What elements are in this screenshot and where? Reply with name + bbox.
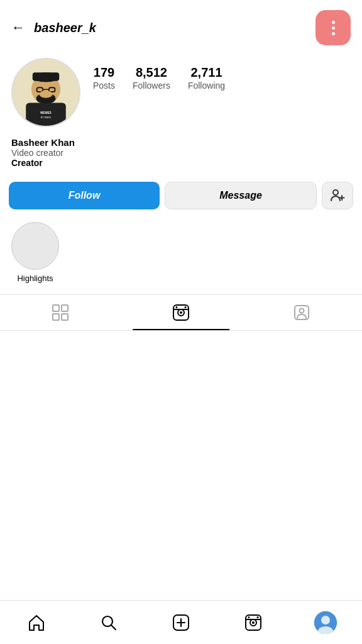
highlight-item[interactable]: Highlights bbox=[11, 222, 59, 283]
svg-point-37 bbox=[257, 616, 259, 618]
profile-section: MEMES BY BASH 179 Posts 8,512 Followers … bbox=[0, 52, 362, 131]
reels-icon bbox=[172, 304, 190, 321]
add-icon bbox=[172, 614, 190, 631]
content-area bbox=[0, 331, 362, 469]
svg-point-26 bbox=[300, 309, 304, 313]
bio-category: Creator bbox=[11, 158, 351, 168]
nav-reels-icon bbox=[244, 614, 262, 631]
svg-rect-4 bbox=[33, 72, 59, 80]
tab-grid[interactable] bbox=[0, 295, 121, 330]
svg-rect-18 bbox=[62, 314, 68, 320]
highlights-section: Highlights bbox=[0, 216, 362, 289]
bottom-nav bbox=[0, 600, 362, 644]
stat-posts[interactable]: 179 Posts bbox=[93, 65, 115, 91]
tab-reels[interactable] bbox=[121, 295, 241, 330]
svg-point-24 bbox=[185, 306, 187, 308]
tab-tagged[interactable] bbox=[241, 295, 362, 330]
content-tabs bbox=[0, 294, 362, 331]
dot3 bbox=[332, 32, 335, 35]
stat-following[interactable]: 2,711 Following bbox=[188, 65, 225, 91]
followers-count: 8,512 bbox=[133, 65, 170, 80]
person-add-icon bbox=[330, 188, 345, 203]
tagged-icon bbox=[293, 304, 310, 321]
svg-point-11 bbox=[39, 91, 52, 98]
svg-point-27 bbox=[102, 616, 112, 626]
profile-name: Basheer Khan bbox=[11, 137, 351, 148]
three-dots-icon bbox=[332, 21, 335, 35]
bio-section: Basheer Khan Video creator Creator bbox=[0, 131, 362, 170]
follow-button[interactable]: Follow bbox=[9, 182, 160, 209]
avatar: MEMES BY BASH bbox=[11, 58, 80, 127]
profile-avatar-icon bbox=[314, 611, 337, 634]
avatar-svg: MEMES BY BASH bbox=[13, 58, 79, 127]
action-row: Follow Message bbox=[0, 170, 362, 216]
posts-count: 179 bbox=[93, 65, 115, 80]
back-button[interactable]: ← bbox=[11, 19, 25, 36]
stats-row: 179 Posts 8,512 Followers 2,711 Followin… bbox=[93, 58, 225, 91]
posts-label: Posts bbox=[93, 80, 115, 91]
svg-text:BY BASH: BY BASH bbox=[41, 116, 52, 119]
nav-home[interactable] bbox=[18, 607, 55, 638]
svg-point-21 bbox=[180, 311, 182, 314]
followers-label: Followers bbox=[133, 80, 170, 91]
search-icon bbox=[100, 614, 118, 631]
dot1 bbox=[332, 21, 335, 24]
bio-description: Video creator bbox=[11, 148, 351, 158]
home-icon bbox=[28, 614, 45, 631]
svg-rect-17 bbox=[53, 314, 59, 320]
header: ← basheer_k bbox=[0, 0, 362, 52]
nav-search[interactable] bbox=[90, 607, 128, 638]
svg-point-23 bbox=[176, 306, 178, 308]
highlight-circle bbox=[11, 222, 59, 270]
svg-rect-16 bbox=[62, 305, 68, 311]
nav-reels[interactable] bbox=[234, 607, 272, 638]
svg-line-28 bbox=[111, 625, 116, 630]
message-button[interactable]: Message bbox=[165, 182, 317, 209]
svg-text:MEMES: MEMES bbox=[40, 111, 52, 114]
svg-point-39 bbox=[321, 616, 330, 625]
stat-followers[interactable]: 8,512 Followers bbox=[133, 65, 170, 91]
profile-avatar-thumb bbox=[314, 611, 337, 634]
dot2 bbox=[332, 26, 335, 30]
username-label: basheer_k bbox=[34, 21, 96, 35]
grid-icon bbox=[52, 304, 69, 321]
avatar-wrap: MEMES BY BASH bbox=[11, 58, 80, 127]
svg-rect-1 bbox=[26, 103, 66, 127]
svg-rect-15 bbox=[53, 305, 59, 311]
nav-profile[interactable] bbox=[307, 607, 344, 638]
svg-point-36 bbox=[248, 616, 250, 618]
svg-point-12 bbox=[333, 190, 338, 195]
svg-point-34 bbox=[252, 621, 255, 624]
following-label: Following bbox=[188, 80, 225, 91]
nav-add[interactable] bbox=[162, 607, 200, 638]
following-count: 2,711 bbox=[188, 65, 225, 80]
menu-button[interactable] bbox=[315, 10, 351, 45]
add-user-button[interactable] bbox=[322, 182, 353, 209]
header-left: ← basheer_k bbox=[11, 19, 96, 36]
highlight-label: Highlights bbox=[17, 274, 53, 283]
